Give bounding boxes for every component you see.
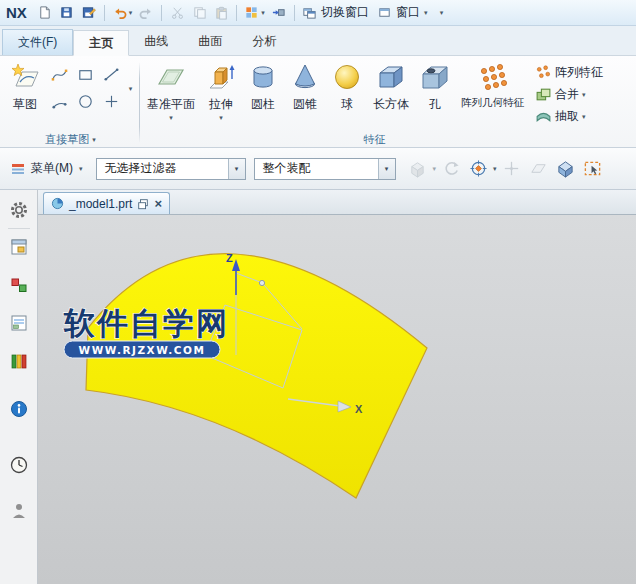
feature-group-label: 特征: [142, 131, 607, 147]
menu-button[interactable]: 菜单(M) ▾: [6, 157, 88, 180]
button-label: 基准平面: [147, 96, 195, 113]
unite-button[interactable]: 合并 ▾: [533, 84, 605, 105]
copy-icon: [192, 5, 207, 20]
window-menu-button[interactable]: 窗口 ▾: [375, 3, 430, 23]
window-layout-button[interactable]: ▾: [242, 3, 267, 23]
switch-window-button[interactable]: 切换窗口: [300, 3, 373, 23]
selection-filter-value: 无选择过滤器: [97, 160, 228, 177]
button-label: 长方体: [373, 96, 409, 113]
dropdown-arrow-icon[interactable]: ▾: [433, 165, 437, 172]
feature-side-buttons: 阵列特征 合并 ▾ 抽取 ▾: [529, 58, 607, 127]
sketch-point[interactable]: [259, 280, 264, 285]
arc-button[interactable]: [46, 88, 72, 115]
part-navigator-button[interactable]: [6, 311, 32, 335]
direct-sketch-group-label[interactable]: 直接草图 ▾: [4, 131, 137, 147]
new-document-button[interactable]: [35, 3, 55, 23]
tab-analysis[interactable]: 分析: [237, 29, 291, 55]
tab-file[interactable]: 文件(F): [2, 29, 73, 55]
rotate-view-button[interactable]: [439, 157, 463, 181]
document-tab-title: _model1.prt: [69, 197, 132, 211]
paste-icon: [214, 5, 229, 20]
combobox-arrow-icon[interactable]: ▾: [228, 159, 245, 179]
dropdown-arrow-icon[interactable]: ▾: [424, 9, 428, 16]
copy-button[interactable]: [189, 3, 209, 23]
part-navigator-icon: [9, 313, 29, 333]
redo-button[interactable]: [136, 3, 156, 23]
point-button[interactable]: [98, 88, 124, 115]
pattern-geometry-button[interactable]: 阵列几何特征: [456, 58, 529, 110]
dropdown-arrow-icon[interactable]: ▾: [169, 114, 173, 121]
spline-button[interactable]: [46, 61, 72, 88]
cut-button[interactable]: [167, 3, 187, 23]
pattern-feature-icon: [535, 64, 552, 81]
spline-icon: [50, 65, 69, 84]
hole-button[interactable]: 孔: [414, 58, 456, 113]
3d-viewport[interactable]: Z X 软件自学网 WWW.RJZXW.COM: [38, 215, 636, 584]
dropdown-arrow-icon[interactable]: ▾: [129, 9, 133, 16]
sketch-tools-gallery: [46, 61, 124, 115]
block-icon: [375, 61, 407, 93]
history-button[interactable]: [6, 453, 32, 477]
cone-button[interactable]: 圆锥: [284, 58, 326, 113]
web-browser-button[interactable]: [6, 397, 32, 421]
selection-filter-combobox[interactable]: 无选择过滤器 ▾: [96, 158, 246, 180]
document-tab-bar: _model1.prt ×: [38, 190, 636, 215]
restore-window-icon[interactable]: [137, 198, 149, 210]
line-button[interactable]: [98, 61, 124, 88]
selection-scope-value: 整个装配: [255, 160, 378, 177]
cylinder-button[interactable]: 圆柱: [242, 58, 284, 113]
nx-logo: NX: [6, 4, 27, 21]
assembly-navigator-button[interactable]: [6, 235, 32, 259]
combobox-arrow-icon[interactable]: ▾: [378, 159, 395, 179]
tab-home[interactable]: 主页: [73, 30, 129, 56]
sketch-gallery-more-button[interactable]: ▾: [124, 61, 137, 115]
save-as-icon: [81, 5, 96, 20]
datum-plane-button[interactable]: 基准平面 ▾: [142, 58, 200, 121]
dropdown-arrow-icon[interactable]: ▾: [493, 165, 497, 172]
sketch-button[interactable]: 草图: [4, 58, 46, 113]
constraint-navigator-button[interactable]: [6, 273, 32, 297]
tab-label: 文件(F): [18, 35, 57, 49]
process-studio-button[interactable]: [6, 499, 32, 523]
rectangle-button[interactable]: [72, 61, 98, 88]
extrude-button[interactable]: 拉伸 ▾: [200, 58, 242, 121]
undo-button[interactable]: ▾: [110, 3, 135, 23]
close-tab-icon[interactable]: ×: [154, 197, 162, 210]
quick-access-more-button[interactable]: ▾: [431, 3, 451, 23]
dropdown-arrow-icon[interactable]: ▾: [261, 9, 265, 16]
dropdown-arrow-icon[interactable]: ▾: [219, 114, 223, 121]
clock-icon: [9, 455, 29, 475]
save-button[interactable]: [57, 3, 77, 23]
sphere-icon: [331, 61, 363, 93]
plane-dialog-button[interactable]: [527, 157, 551, 181]
button-label: 拉伸: [209, 96, 233, 113]
block-button[interactable]: 长方体: [368, 58, 414, 113]
dropdown-arrow-icon[interactable]: ▾: [582, 91, 586, 98]
circle-button[interactable]: [72, 88, 98, 115]
touch-mode-button[interactable]: [269, 3, 289, 23]
reuse-library-button[interactable]: [6, 349, 32, 373]
rectangle-select-button[interactable]: [581, 157, 605, 181]
document-tab[interactable]: _model1.prt ×: [43, 192, 170, 214]
unite-icon: [535, 86, 552, 103]
orient-view-button[interactable]: [406, 157, 430, 181]
cone-icon: [289, 61, 321, 93]
tab-label: 曲线: [144, 34, 168, 48]
snap-point-button[interactable]: [466, 157, 490, 181]
undo-icon: [112, 5, 127, 20]
pattern-feature-button[interactable]: 阵列特征: [533, 62, 605, 83]
paste-button[interactable]: [211, 3, 231, 23]
roles-button[interactable]: [6, 198, 32, 222]
tab-curve[interactable]: 曲线: [129, 29, 183, 55]
window-icon: [377, 5, 392, 20]
direct-sketch-group: 草图 ▾ 直接草图 ▾: [4, 58, 137, 147]
point-dialog-button[interactable]: [500, 157, 524, 181]
tab-surface[interactable]: 曲面: [183, 29, 237, 55]
selection-scope-combobox[interactable]: 整个装配 ▾: [254, 158, 396, 180]
wcs-display-button[interactable]: [554, 157, 578, 181]
dropdown-arrow-icon[interactable]: ▾: [582, 113, 586, 120]
save-as-button[interactable]: [79, 3, 99, 23]
sphere-button[interactable]: 球: [326, 58, 368, 113]
datum-plane-icon: [155, 61, 187, 93]
extract-button[interactable]: 抽取 ▾: [533, 106, 605, 127]
